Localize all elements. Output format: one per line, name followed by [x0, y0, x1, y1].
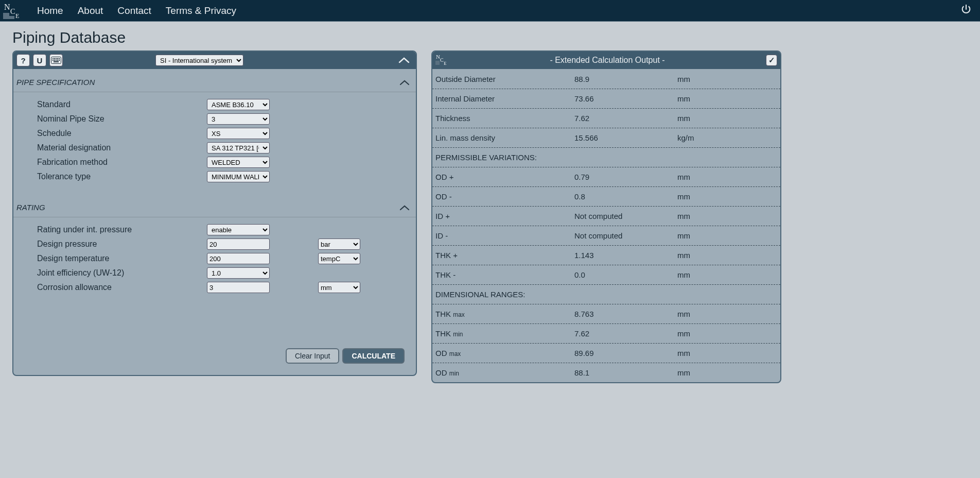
output-section-dim: DIMENSIONAL RANGES: [432, 284, 780, 304]
input-panel: ? U SI - International system [12, 50, 417, 376]
svg-rect-0 [3, 13, 9, 19]
svg-text:E: E [15, 12, 19, 20]
label-rating-enable: Rating under int. pressure [37, 225, 207, 234]
output-row: OD - 0.8 mm [432, 186, 780, 206]
select-tol[interactable]: MINIMUM WALL [207, 171, 270, 182]
unit-system-select[interactable]: SI - International system [155, 55, 243, 66]
svg-rect-13 [56, 60, 57, 61]
svg-rect-12 [54, 60, 55, 61]
brand-logo: N C E [2, 1, 25, 21]
output-section-perm: PERMISSIBLE VARIATIONS: [432, 147, 780, 167]
output-row: Lin. mass density 15.566 kg/m [432, 128, 780, 147]
section-pipe-spec: PIPE SPECIFICATION [13, 69, 416, 92]
svg-text:E: E [444, 61, 447, 66]
select-corr-unit[interactable]: mm [318, 282, 360, 293]
svg-rect-1 [9, 16, 14, 19]
nav-contact[interactable]: Contact [110, 5, 158, 16]
output-title: - Extended Calculation Output - [452, 56, 763, 65]
label-joint: Joint efficiency (UW-12) [37, 268, 207, 278]
chevron-up-icon[interactable] [396, 200, 413, 214]
label-nps: Nominal Pipe Size [37, 114, 207, 124]
svg-text:C: C [440, 57, 444, 63]
svg-rect-8 [56, 58, 57, 59]
output-row: Internal Diameter 73.66 mm [432, 89, 780, 108]
label-temp: Design temperature [37, 254, 207, 263]
help-button[interactable]: ? [16, 54, 30, 66]
output-row: Thickness 7.62 mm [432, 108, 780, 128]
nav-about[interactable]: About [71, 5, 111, 16]
input-pressure[interactable] [207, 238, 270, 250]
input-corr[interactable] [207, 282, 270, 293]
nav-terms[interactable]: Terms & Privacy [159, 5, 243, 16]
output-row: ID + Not computed mm [432, 206, 780, 226]
output-row: THK min 7.62 mm [432, 323, 780, 343]
select-schedule[interactable]: XS [207, 128, 270, 139]
label-schedule: Schedule [37, 129, 207, 138]
label-fab: Fabrication method [37, 158, 207, 167]
chevron-up-icon[interactable] [396, 75, 413, 89]
label-pressure: Design pressure [37, 240, 207, 249]
svg-text:N: N [436, 54, 440, 60]
svg-rect-6 [52, 58, 54, 59]
clear-button[interactable]: Clear Input [286, 348, 339, 364]
select-joint[interactable]: 1.0 [207, 267, 270, 279]
output-row: THK max 8.763 mm [432, 304, 780, 323]
svg-rect-15 [59, 60, 60, 61]
output-row: THK + 1.143 mm [432, 245, 780, 265]
input-temp[interactable] [207, 253, 270, 264]
undo-button[interactable]: U [33, 54, 46, 66]
keyboard-button[interactable] [49, 54, 63, 66]
section-rating: RATING [13, 194, 416, 217]
output-row: Outside Diameter 88.9 mm [432, 69, 780, 89]
svg-rect-9 [57, 58, 58, 59]
output-panel: N C E - Extended Calculation Output - ✓ … [431, 50, 781, 383]
nav-home[interactable]: Home [30, 5, 71, 16]
select-standard[interactable]: ASME B36.10 [207, 99, 270, 110]
output-row: OD max 89.69 mm [432, 343, 780, 363]
label-corr: Corrosion allowance [37, 283, 207, 292]
svg-rect-11 [52, 60, 54, 61]
page-title: Piping Database [12, 29, 968, 46]
calculate-button[interactable]: CALCULATE [342, 348, 405, 364]
select-material[interactable]: SA 312 TP321 [G5] [207, 142, 270, 153]
svg-rect-14 [57, 60, 58, 61]
select-temp-unit[interactable]: tempC [318, 253, 360, 264]
svg-rect-16 [54, 61, 59, 62]
svg-text:C: C [10, 8, 15, 15]
label-tol: Tolerance type [37, 172, 207, 181]
label-material: Material designation [37, 143, 207, 152]
power-icon[interactable] [960, 4, 972, 18]
svg-text:N: N [4, 3, 10, 11]
select-fab[interactable]: WELDED [207, 157, 270, 168]
select-pressure-unit[interactable]: bar [318, 238, 360, 250]
select-nps[interactable]: 3 [207, 113, 270, 125]
output-row: OD min 88.1 mm [432, 363, 780, 382]
output-row: THK - 0.0 mm [432, 265, 780, 284]
select-rating-enable[interactable]: enable [207, 224, 270, 235]
svg-rect-17 [435, 61, 440, 65]
top-nav: N C E Home About Contact Terms & Privacy [0, 0, 980, 22]
output-row: ID - Not computed mm [432, 226, 780, 245]
label-standard: Standard [37, 100, 207, 109]
output-row: OD + 0.79 mm [432, 167, 780, 186]
brand-logo-small: N C E [435, 54, 449, 67]
svg-rect-10 [59, 58, 60, 59]
confirm-button[interactable]: ✓ [766, 55, 777, 66]
svg-rect-7 [54, 58, 55, 59]
panel-collapse-icon[interactable] [395, 54, 413, 67]
